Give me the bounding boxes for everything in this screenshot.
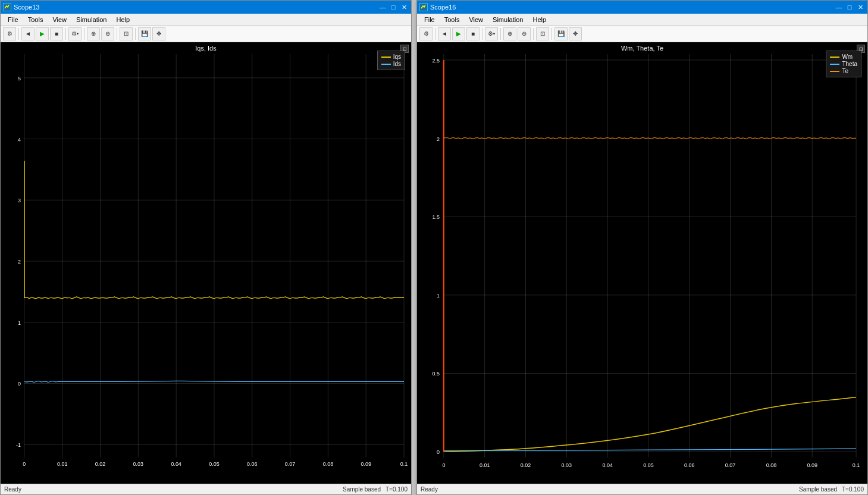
scope16-sep4 <box>533 28 534 40</box>
svg-text:0.01: 0.01 <box>480 462 490 468</box>
svg-text:1.5: 1.5 <box>432 214 439 220</box>
scope13-menu-help[interactable]: Help <box>111 15 134 24</box>
scope13-maximize-btn[interactable]: □ <box>388 3 398 11</box>
scope13-legend-ids: Ids <box>381 61 401 67</box>
scope16-back-btn[interactable]: ◄ <box>438 27 451 40</box>
svg-text:0.05: 0.05 <box>643 462 653 468</box>
scope13-sep2 <box>65 28 66 40</box>
scope16-legend-theta: Theta <box>830 61 857 67</box>
scope13-close-btn[interactable]: ✕ <box>399 3 409 11</box>
scope13-window-controls: — □ ✕ <box>378 3 409 11</box>
scope13-title: Scope13 <box>14 4 39 11</box>
svg-text:5: 5 <box>18 76 21 82</box>
scope13-zoomout-btn[interactable]: ⊖ <box>101 27 114 40</box>
svg-text:0.08: 0.08 <box>766 462 776 468</box>
svg-text:0.07: 0.07 <box>725 462 735 468</box>
scope16-cursor-btn[interactable]: ✥ <box>569 27 582 40</box>
svg-text:0: 0 <box>442 462 445 468</box>
scope13-stop-btn[interactable]: ■ <box>50 27 63 40</box>
scope16-menu-simulation[interactable]: Simulation <box>488 15 528 24</box>
svg-text:1: 1 <box>437 293 440 299</box>
scope13-back-btn[interactable]: ◄ <box>21 27 35 40</box>
svg-text:0.05: 0.05 <box>209 461 219 467</box>
scope16-zoomout-btn[interactable]: ⊖ <box>518 27 531 40</box>
scope16-minimize-btn[interactable]: — <box>834 3 844 11</box>
scope16-icon <box>419 3 428 11</box>
scope13-statusbar: Ready Sample based T=0.100 <box>1 484 411 494</box>
scope16-menubar: File Tools View Simulation Help <box>417 14 867 26</box>
scope13-menu-simulation[interactable]: Simulation <box>71 15 111 24</box>
scope16-settings-btn[interactable]: ⚙ <box>419 27 433 40</box>
scope13-sep1 <box>18 28 19 40</box>
scope13-sep4 <box>117 28 117 40</box>
scope16-menu-help[interactable]: Help <box>528 15 551 24</box>
scope16-sample-based: Sample based <box>799 486 837 493</box>
scope13-minimize-btn[interactable]: — <box>378 3 387 11</box>
scope16-zoomin-btn[interactable]: ⊕ <box>503 27 516 40</box>
scope13-zoomin-btn[interactable]: ⊕ <box>87 27 100 40</box>
scope13-window: Scope13 — □ ✕ File Tools View Simulation… <box>0 0 412 495</box>
scope13-cursor-btn[interactable]: ✥ <box>152 27 165 40</box>
scope13-menu-view[interactable]: View <box>48 15 71 24</box>
scope13-plot: Iqs, Ids ⊡ Iqs Ids <box>1 42 411 484</box>
svg-text:0: 0 <box>18 381 21 387</box>
scope16-svg: 2.5 2 1.5 1 0.5 0 0 0.01 0.02 0.03 0.04 … <box>417 42 867 484</box>
svg-text:0: 0 <box>437 449 440 455</box>
svg-text:0.1: 0.1 <box>853 462 860 468</box>
scope13-settings-btn[interactable]: ⚙ <box>3 27 16 40</box>
svg-text:2: 2 <box>18 259 21 265</box>
svg-text:0.04: 0.04 <box>171 461 181 467</box>
scope13-menu-file[interactable]: File <box>3 15 23 24</box>
scope16-stop-btn[interactable]: ■ <box>466 27 480 40</box>
scope13-fit-btn[interactable]: ⊡ <box>120 27 133 40</box>
scope16-menu-view[interactable]: View <box>464 15 488 24</box>
scope16-fit-btn[interactable]: ⊡ <box>536 27 549 40</box>
svg-text:0.06: 0.06 <box>247 461 257 467</box>
scope13-legend-iqs-label: Iqs <box>393 54 401 60</box>
scope13-legend: Iqs Ids <box>377 51 405 70</box>
scope16-close-btn[interactable]: ✕ <box>856 3 865 11</box>
svg-text:0.1: 0.1 <box>400 461 408 467</box>
scope16-title: Scope16 <box>430 4 456 11</box>
scope16-titlebar: Scope16 — □ ✕ <box>417 1 867 14</box>
scope13-config-btn[interactable]: ⚙• <box>68 27 82 40</box>
scope13-menubar: File Tools View Simulation Help <box>1 14 411 26</box>
scope13-menu-tools[interactable]: Tools <box>23 15 48 24</box>
scope16-status-ready: Ready <box>421 486 438 493</box>
scope16-legend-te-line <box>830 71 839 72</box>
scope16-sep3 <box>500 28 501 40</box>
scope13-status-ready: Ready <box>4 486 21 493</box>
scope16-time: T=0.100 <box>842 486 864 493</box>
scope16-plot: Wm, Theta, Te ⊡ Wm Theta Te <box>417 42 867 484</box>
svg-text:3: 3 <box>18 198 21 203</box>
scope16-sep1 <box>435 28 435 40</box>
svg-text:0.03: 0.03 <box>133 461 143 467</box>
scope16-legend-wm: Wm <box>830 54 857 60</box>
svg-text:2: 2 <box>437 136 440 142</box>
scope13-toolbar: ⚙ ◄ ▶ ■ ⚙• ⊕ ⊖ ⊡ 💾 ✥ <box>1 26 411 42</box>
scope16-statusbar: Ready Sample based T=0.100 <box>417 484 867 494</box>
scope16-save-btn[interactable]: 💾 <box>554 27 568 40</box>
scope13-run-btn[interactable]: ▶ <box>36 27 49 40</box>
scope16-menu-file[interactable]: File <box>419 15 440 24</box>
svg-text:0.01: 0.01 <box>57 461 67 467</box>
scope16-sep5 <box>551 28 552 40</box>
scope13-sep3 <box>84 28 84 40</box>
svg-text:0.02: 0.02 <box>521 462 531 468</box>
scope16-legend-theta-label: Theta <box>842 61 857 67</box>
scope16-maximize-btn[interactable]: □ <box>845 3 854 11</box>
scope13-svg: 5 4 3 2 1 0 -1 0 0.01 0.02 0.03 0.04 0.0… <box>1 42 411 484</box>
scope13-save-btn[interactable]: 💾 <box>138 27 151 40</box>
svg-text:0.07: 0.07 <box>285 461 295 467</box>
svg-text:0.04: 0.04 <box>602 462 612 468</box>
scope16-legend-te-label: Te <box>842 68 848 74</box>
scope16-legend-wm-label: Wm <box>842 54 853 60</box>
scope16-run-btn[interactable]: ▶ <box>452 27 465 40</box>
scope16-window-controls: — □ ✕ <box>834 3 865 11</box>
scope16-legend-theta-line <box>830 64 839 65</box>
scope16-legend: Wm Theta Te <box>826 51 861 77</box>
scope16-menu-tools[interactable]: Tools <box>440 15 465 24</box>
scope16-sep2 <box>482 28 482 40</box>
scope16-config-btn[interactable]: ⚙• <box>485 27 498 40</box>
scope13-legend-iqs: Iqs <box>381 54 401 60</box>
